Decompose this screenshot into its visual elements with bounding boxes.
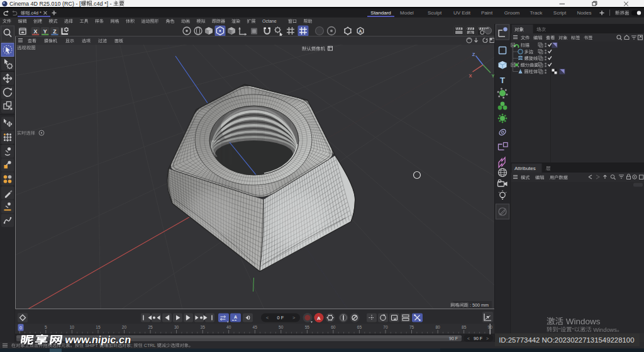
- svg-text:Script: Script: [553, 10, 567, 16]
- svg-text:;: ;: [131, 343, 133, 348]
- svg-text:90 F: 90 F: [474, 336, 482, 341]
- svg-text:www.nipic.cn: www.nipic.cn: [64, 334, 131, 346]
- svg-text:25: 25: [148, 325, 153, 329]
- svg-text:T: T: [500, 76, 505, 85]
- svg-text:Y: Y: [492, 73, 495, 79]
- svg-text:<: <: [266, 315, 269, 321]
- svg-text:ID:25773442 NO:202302271315492: ID:25773442 NO:20230227131549228100: [499, 336, 634, 344]
- svg-text:Model: Model: [400, 10, 414, 16]
- svg-text:Groom: Groom: [504, 10, 520, 16]
- svg-text:A: A: [234, 315, 237, 319]
- svg-text:.c4d *] -: .c4d *] -: [92, 1, 114, 7]
- svg-text:80: 80: [435, 325, 440, 329]
- svg-text:55: 55: [305, 325, 310, 329]
- svg-text:: 500 mm: : 500 mm: [469, 302, 489, 308]
- svg-text:75: 75: [409, 325, 414, 329]
- svg-text:60: 60: [331, 325, 336, 329]
- svg-text:<: <: [467, 336, 470, 341]
- svg-text:A: A: [358, 28, 362, 34]
- svg-text:>: >: [292, 315, 296, 321]
- svg-text:35: 35: [201, 325, 206, 329]
- svg-text:5: 5: [45, 325, 47, 329]
- svg-text:X: X: [34, 28, 38, 35]
- svg-text:20: 20: [122, 325, 127, 329]
- svg-text:Z: Z: [472, 52, 475, 57]
- svg-text:Y: Y: [43, 28, 47, 35]
- svg-text:.c4d *: .c4d *: [30, 10, 42, 16]
- svg-text:": ": [558, 327, 560, 333]
- svg-text:UV Edit: UV Edit: [453, 10, 471, 16]
- svg-text:Paint: Paint: [481, 10, 493, 16]
- svg-text:X: X: [469, 73, 472, 79]
- svg-text:": ": [572, 327, 574, 333]
- svg-text:A: A: [317, 315, 321, 321]
- svg-text:45: 45: [253, 325, 258, 329]
- svg-text:Z: Z: [53, 28, 57, 35]
- svg-text:0: 0: [19, 326, 22, 330]
- svg-text:Sculpt: Sculpt: [428, 10, 442, 16]
- svg-text:30: 30: [174, 325, 179, 329]
- svg-text:40: 40: [226, 325, 231, 329]
- svg-text:Windows: Windows: [564, 317, 601, 326]
- svg-text:0 F: 0 F: [277, 315, 284, 321]
- svg-text:Cinema 4D R25.010 (RC) - [: Cinema 4D R25.010 (RC) - [: [9, 1, 81, 7]
- svg-text:70: 70: [383, 325, 388, 329]
- svg-text:Track: Track: [530, 10, 543, 16]
- svg-text:Attributes: Attributes: [514, 166, 536, 171]
- svg-text:CTRL: CTRL: [143, 343, 157, 348]
- svg-text:Windows: Windows: [592, 327, 618, 333]
- svg-text:Standard: Standard: [370, 10, 391, 16]
- svg-text:15: 15: [96, 325, 101, 329]
- svg-text:50: 50: [279, 325, 284, 329]
- svg-text:10: 10: [70, 325, 75, 329]
- svg-text:Nodes: Nodes: [577, 10, 591, 16]
- svg-text:Octane: Octane: [262, 19, 277, 23]
- svg-text:85: 85: [462, 325, 467, 329]
- svg-text:65: 65: [357, 325, 362, 329]
- svg-text:>: >: [486, 336, 489, 341]
- svg-text:90 F: 90 F: [449, 336, 458, 341]
